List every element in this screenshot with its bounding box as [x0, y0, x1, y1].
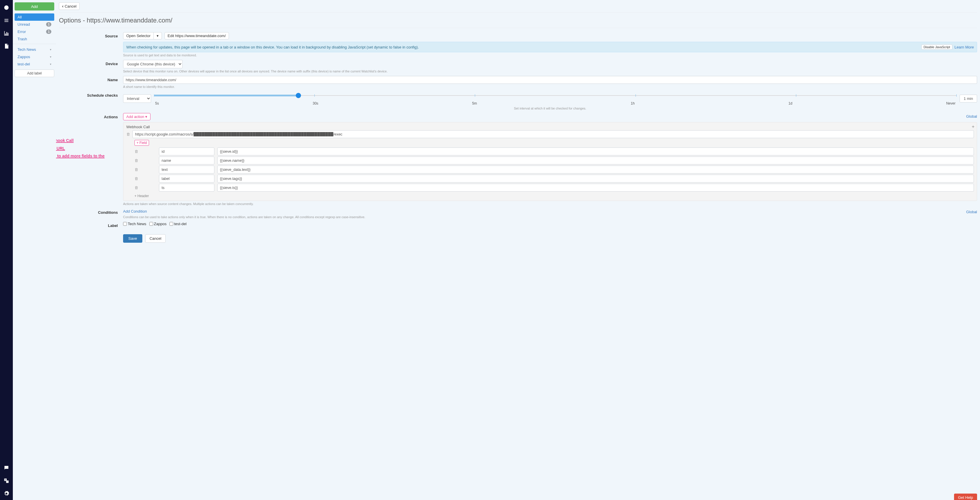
- label-text: test-del: [18, 62, 30, 66]
- name-input[interactable]: [123, 76, 977, 84]
- folder-label: Unread: [18, 22, 30, 27]
- name-label: Name: [59, 76, 123, 88]
- schedule-mode-select[interactable]: Interval: [123, 94, 151, 103]
- folder-badge: 1: [46, 29, 51, 34]
- get-help-button[interactable]: Get Help: [954, 494, 977, 500]
- label-text: Zappos: [18, 54, 30, 59]
- add-action-button[interactable]: Add action ▾: [123, 113, 151, 120]
- delete-field-icon[interactable]: 🗑: [134, 149, 139, 153]
- source-notice-text: When checking for updates, this page wil…: [126, 45, 919, 50]
- topbar: ‹ Cancel: [59, 0, 977, 13]
- schedule-slider[interactable]: [154, 91, 957, 100]
- schedule-help: Set interval at which it will be checked…: [123, 107, 977, 110]
- field-key-input[interactable]: [159, 166, 215, 174]
- delete-field-icon[interactable]: 🗑: [134, 185, 139, 190]
- delete-field-icon[interactable]: 🗑: [134, 158, 139, 163]
- schedule-slider-thumb[interactable]: [296, 93, 301, 98]
- open-selector-button[interactable]: Open Selector: [123, 32, 154, 40]
- cancel-button[interactable]: Cancel: [145, 234, 165, 243]
- folder-label: Trash: [18, 37, 27, 41]
- label-checkbox-tech-news[interactable]: Tech News: [123, 222, 146, 226]
- folder-all[interactable]: All: [14, 13, 54, 21]
- conditions-help: Conditions can be used to take actions o…: [123, 215, 977, 219]
- field-value-input[interactable]: [217, 166, 974, 174]
- chevron-left-icon: ‹: [62, 4, 64, 8]
- nav-list-icon[interactable]: [0, 14, 13, 27]
- field-key-input[interactable]: [159, 147, 215, 155]
- actions-global-link[interactable]: Global: [966, 113, 977, 120]
- nav-chat-icon[interactable]: [0, 462, 13, 474]
- conditions-global-link[interactable]: Global: [966, 209, 977, 215]
- field-value-input[interactable]: [217, 147, 974, 155]
- options-form: 1. Add action -> Webhook Call 2. Enter t…: [59, 28, 977, 243]
- device-help: Select device that this monitor runs on.…: [123, 70, 977, 73]
- chevron-down-icon: ▾: [50, 62, 51, 66]
- nav-chart-icon[interactable]: [0, 27, 13, 40]
- schedule-label: Schedule checks: [59, 91, 123, 110]
- add-header-button[interactable]: + Header: [134, 194, 149, 198]
- delete-field-icon[interactable]: 🗑: [134, 176, 139, 181]
- save-button[interactable]: Save: [123, 234, 142, 243]
- add-action-label: Add action: [126, 115, 144, 119]
- webhook-title: Webhook Call: [126, 125, 974, 129]
- nav-translate-icon[interactable]: A: [0, 474, 13, 487]
- delete-webhook-icon[interactable]: 🗑: [126, 132, 130, 136]
- checkbox[interactable]: [169, 222, 173, 226]
- folder-error[interactable]: Error1: [14, 28, 54, 35]
- label-tech-news[interactable]: Tech News▾: [14, 46, 54, 53]
- label-test-del[interactable]: test-del▾: [14, 61, 54, 68]
- schedule-value-input[interactable]: [959, 94, 977, 102]
- slider-tick-label: 1h: [631, 101, 635, 105]
- plus-icon: +: [134, 194, 137, 198]
- field-key-input[interactable]: [159, 157, 215, 165]
- add-condition-link[interactable]: Add Condition: [123, 208, 147, 215]
- label-checkbox-zappos[interactable]: Zappos: [150, 222, 167, 226]
- label-text: Tech News: [18, 47, 36, 52]
- folder-label: All: [18, 15, 22, 19]
- open-selector-caret[interactable]: ▾: [153, 32, 162, 40]
- labelrow-label: Label: [59, 222, 123, 228]
- webhook-action-box: + Webhook Call 🗑 + Field 🗑🗑🗑🗑🗑: [123, 122, 977, 201]
- slider-tick-label: 30s: [313, 101, 318, 105]
- nav-logo-icon[interactable]: [0, 1, 13, 14]
- webhook-field-row: 🗑: [134, 184, 974, 192]
- folder-trash[interactable]: Trash: [14, 35, 54, 43]
- svg-point-0: [5, 6, 9, 10]
- disable-js-button[interactable]: Disable JavaScript: [921, 45, 952, 50]
- folder-unread[interactable]: Unread1: [14, 21, 54, 28]
- chevron-down-icon: ▾: [50, 55, 51, 58]
- field-value-input[interactable]: [217, 184, 974, 192]
- source-help: Source is used to get text and data to b…: [123, 53, 977, 57]
- checkbox[interactable]: [123, 222, 127, 226]
- label-zappos[interactable]: Zappos▾: [14, 53, 54, 61]
- add-button[interactable]: Add: [14, 2, 54, 11]
- field-key-input[interactable]: [159, 175, 215, 182]
- webhook-url-input[interactable]: [132, 130, 974, 138]
- add-webhook-icon[interactable]: +: [972, 124, 974, 129]
- checkbox[interactable]: [150, 222, 153, 226]
- webhook-field-row: 🗑: [134, 147, 974, 155]
- nav-gear-icon[interactable]: [0, 487, 13, 500]
- page-title: Options - https://www.timeanddate.com/: [59, 14, 977, 28]
- source-notice: When checking for updates, this page wil…: [123, 42, 977, 52]
- nav-doc-icon[interactable]: [0, 40, 13, 53]
- actions-label: Actions: [59, 113, 123, 206]
- conditions-label: Conditions: [59, 209, 123, 219]
- add-label-button[interactable]: Add label: [14, 70, 54, 77]
- webhook-field-row: 🗑: [134, 175, 974, 182]
- webhook-field-row: 🗑: [134, 157, 974, 165]
- slider-tick-label: 5m: [472, 101, 477, 105]
- cancel-button-top[interactable]: ‹ Cancel: [59, 2, 80, 10]
- add-field-button[interactable]: + Field: [134, 140, 149, 146]
- field-key-input[interactable]: [159, 184, 215, 192]
- label-checkbox-test-del[interactable]: test-del: [169, 222, 187, 226]
- edit-source-button[interactable]: Edit https://www.timeanddate.com/: [164, 32, 229, 40]
- delete-field-icon[interactable]: 🗑: [134, 167, 139, 172]
- device-select[interactable]: Google Chrome (this device): [123, 60, 183, 68]
- learn-more-link[interactable]: Learn More: [955, 45, 974, 50]
- field-value-input[interactable]: [217, 157, 974, 165]
- add-header-label: Header: [137, 194, 149, 198]
- field-value-input[interactable]: [217, 175, 974, 182]
- chevron-down-icon: ▾: [50, 48, 51, 51]
- slider-tick-label: 1d: [788, 101, 792, 105]
